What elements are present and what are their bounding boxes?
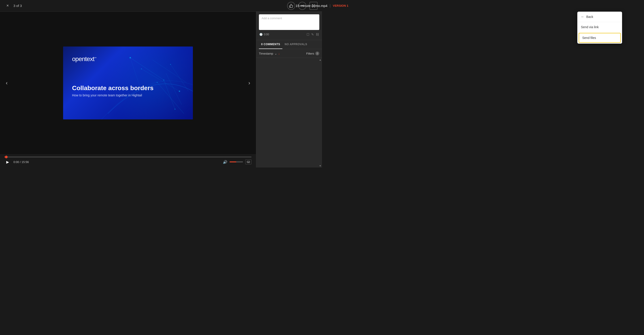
play-button[interactable]: ▶ (4, 159, 11, 165)
svg-line-6 (157, 82, 184, 114)
current-time: 0:00 (14, 160, 19, 164)
tab-comments[interactable]: 0 COMMENTS (259, 40, 282, 49)
svg-point-11 (141, 68, 142, 69)
sidebar-tabs: 0 COMMENTS NO APPROVALS (256, 40, 322, 49)
scroll-up-button[interactable]: ▲ (318, 58, 322, 61)
sort-down-icon: ⌄ (274, 52, 277, 55)
progress-bar[interactable] (4, 157, 252, 157)
comment-placeholder: Add a comment (262, 16, 282, 20)
video-area: ‹ (0, 12, 256, 167)
timestamp-value: 0:00 (264, 33, 269, 36)
link-button[interactable]: ⛓ (316, 33, 319, 36)
volume-button[interactable]: 🔊 (223, 160, 227, 164)
clock-icon: 🕐 (259, 33, 263, 36)
filters-button[interactable]: Filters 0 (306, 51, 319, 55)
video-title: Collaborate across borders How to bring … (72, 84, 154, 97)
svg-line-0 (130, 58, 164, 80)
timestamp-sort[interactable]: Timestamp ⌄ ↓ (259, 52, 280, 55)
sidebar: Add a comment 🕐 0:00 ☐ ✎ ⛓ 0 COMMENTS NO… (256, 12, 322, 167)
file-name: 15-minute demo.mp4 (296, 4, 322, 7)
header-left: × 3 of 3 (4, 3, 22, 9)
svg-line-7 (166, 73, 182, 105)
keyboard-shortcut-button[interactable] (245, 159, 252, 164)
edit-button[interactable]: ✎ (311, 33, 314, 36)
file-counter: 3 of 3 (14, 4, 22, 7)
header: × 3 of 3 15-minute demo.mp4 | VERSION 1 … (0, 0, 322, 12)
video-controls: ▶ 0:00 / 15:56 🔊 (0, 154, 256, 167)
sort-arrow-icon: ↓ (278, 52, 280, 55)
volume-fill (230, 161, 236, 162)
total-time: 15:56 (22, 160, 29, 164)
prev-button[interactable]: ‹ (2, 78, 11, 87)
video-container[interactable]: ‹ (0, 12, 256, 154)
svg-rect-15 (247, 161, 250, 163)
svg-point-10 (174, 109, 176, 110)
filters-row: Timestamp ⌄ ↓ Filters 0 (256, 49, 322, 58)
comment-actions: ☐ ✎ ⛓ (306, 33, 319, 36)
svg-point-14 (170, 64, 171, 65)
svg-point-13 (157, 82, 158, 83)
tab-approvals[interactable]: NO APPROVALS (282, 40, 310, 49)
time-display: 0:00 / 15:56 (14, 160, 29, 164)
svg-point-12 (179, 91, 180, 92)
svg-point-8 (130, 57, 131, 58)
comment-input[interactable]: Add a comment (259, 14, 319, 30)
svg-point-9 (163, 80, 164, 80)
header-center: 15-minute demo.mp4 | VERSION 1 (296, 4, 322, 8)
comment-input-area: Add a comment 🕐 0:00 ☐ ✎ ⛓ (256, 12, 322, 40)
like-button[interactable] (287, 2, 295, 10)
opentext-logo: opentext™ (72, 55, 96, 63)
controls-row: ▶ 0:00 / 15:56 🔊 (4, 159, 252, 165)
filters-label: Filters (306, 52, 314, 55)
progress-dot (5, 156, 8, 158)
filter-count-badge: 0 (315, 51, 319, 55)
timestamp-sort-label: Timestamp (259, 52, 273, 55)
main-content: ‹ (0, 12, 322, 167)
controls-right: 🔊 (223, 159, 252, 164)
timestamp-tag[interactable]: 🕐 0:00 (259, 33, 269, 36)
comment-box-footer: 🕐 0:00 ☐ ✎ ⛓ (259, 32, 319, 37)
scroll-down-button[interactable]: ▼ (318, 164, 322, 167)
svg-line-3 (152, 60, 186, 82)
checkmark-button[interactable]: ☐ (306, 33, 310, 36)
svg-line-4 (170, 64, 188, 91)
close-button[interactable]: × (4, 3, 11, 9)
volume-bar[interactable] (230, 161, 243, 162)
controls-left: ▶ 0:00 / 15:56 (4, 159, 29, 165)
video-frame: opentext™ Collaborate across borders How… (63, 46, 193, 119)
sidebar-content: ▲ ▼ (256, 58, 322, 167)
next-button[interactable]: › (245, 78, 254, 87)
